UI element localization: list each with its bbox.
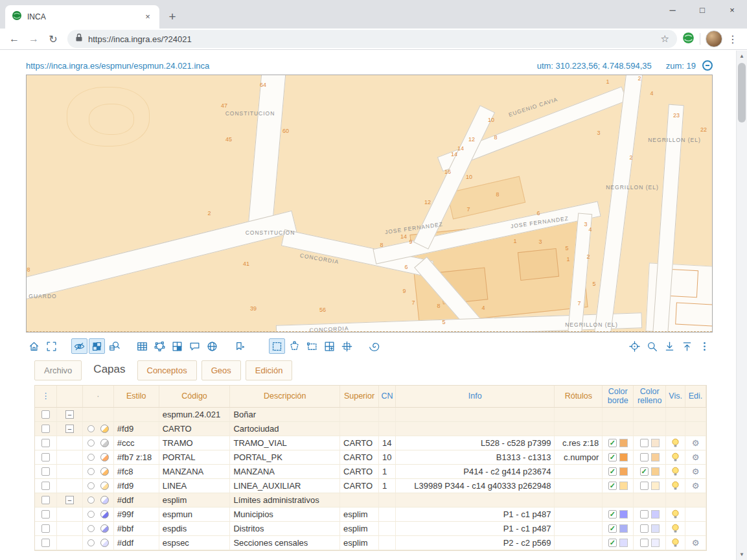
reload-button[interactable]: ↻ [44, 30, 62, 48]
zoom-search-icon[interactable] [644, 338, 660, 354]
collapse-toggle[interactable]: − [65, 496, 74, 504]
scroll-down-icon[interactable]: ▼ [737, 549, 747, 560]
rect-node-icon[interactable] [304, 338, 320, 354]
radio-button[interactable] [87, 468, 95, 475]
moon-state-icon[interactable] [100, 510, 109, 519]
col-header-rotulos[interactable]: Rótulos [555, 386, 603, 407]
tab-edición[interactable]: Edición [246, 360, 293, 380]
tab-geos[interactable]: Geos [201, 360, 241, 380]
checkbox[interactable]: ✓ [608, 467, 617, 476]
scroll-up-icon[interactable]: ▲ [737, 51, 747, 62]
download-icon[interactable] [661, 338, 678, 354]
color-swatch[interactable] [619, 539, 628, 547]
checkbox[interactable]: ✓ [640, 467, 649, 476]
color-swatch[interactable] [619, 453, 628, 461]
col-header-estilo[interactable]: Estilo [114, 386, 159, 407]
maximize-button[interactable]: □ [687, 0, 717, 19]
col-header-state[interactable]: · [83, 386, 114, 407]
profile-avatar[interactable] [706, 30, 722, 47]
forward-button[interactable]: → [25, 30, 43, 48]
tab-archivo[interactable]: Archivo [34, 360, 82, 380]
address-bar[interactable]: https://inca.ingra.es/?24021 ☆ [67, 30, 677, 48]
table-row-carto[interactable]: −#fd9CARTOCartociudad [35, 422, 706, 436]
color-swatch[interactable] [651, 467, 660, 476]
eye-off-icon[interactable] [71, 338, 87, 354]
tab-close-icon[interactable]: × [143, 12, 153, 22]
checkbox[interactable]: ✓ [608, 524, 617, 533]
col-header-edi[interactable]: Edi. [685, 386, 706, 407]
grid-plus-icon[interactable] [321, 338, 338, 354]
minimize-button[interactable]: ─ [658, 0, 687, 19]
spiral-icon[interactable] [367, 338, 383, 354]
checkbox[interactable] [41, 410, 50, 419]
vertical-scrollbar[interactable]: ▲ ▼ [736, 51, 747, 560]
minus-circle-icon[interactable] [702, 60, 713, 71]
table-row-espmun[interactable]: #99fespmunMunicipiosesplimP1 - c1 p487✓ [35, 508, 706, 522]
moon-state-icon[interactable] [100, 439, 109, 447]
table-row-espdis[interactable]: #bbfespdisDistritosesplimP1 - c1 p487✓ [35, 522, 706, 536]
checkbox[interactable] [640, 453, 649, 461]
gear-icon[interactable]: ⚙ [692, 482, 700, 490]
map-canvas[interactable]: CONSTITUCIONEUGENIO CAVIANEGRILLON (EL)N… [26, 75, 713, 332]
color-swatch[interactable] [651, 453, 660, 461]
bulb-icon[interactable] [671, 524, 680, 533]
checkbox[interactable] [640, 482, 649, 490]
close-button[interactable]: × [717, 0, 747, 19]
color-swatch[interactable] [619, 467, 628, 476]
select-rect-icon[interactable] [269, 338, 285, 354]
grid-cell-icon[interactable] [169, 338, 185, 354]
checkbox[interactable]: ✓ [608, 510, 617, 519]
moon-state-icon[interactable] [100, 524, 109, 533]
checkbox[interactable]: ✓ [608, 439, 617, 447]
col-header-descripcion[interactable]: Descripción [230, 386, 340, 407]
col-header-relleno[interactable]: Color relleno [634, 386, 666, 407]
bulb-icon[interactable] [671, 452, 680, 462]
checkbox[interactable]: ✓ [608, 539, 617, 547]
moon-state-icon[interactable] [100, 467, 109, 476]
bulb-icon[interactable] [671, 467, 680, 476]
gear-icon[interactable]: ⚙ [692, 453, 700, 461]
color-swatch[interactable] [619, 482, 628, 490]
speech-bubble-icon[interactable] [187, 338, 203, 354]
crosshair-grid-icon[interactable] [339, 338, 355, 354]
col-header-info[interactable]: Info [396, 386, 555, 407]
expand-icon[interactable] [43, 338, 60, 354]
checkbox[interactable]: ✓ [608, 482, 617, 490]
table-row-manzana[interactable]: #fc8MANZANAMANZANACARTO1P414 - c2 g414 p… [35, 465, 706, 479]
radio-button[interactable] [87, 511, 95, 518]
color-swatch[interactable] [651, 482, 660, 490]
col-header-collapse[interactable] [57, 386, 83, 407]
radio-button[interactable] [87, 525, 95, 532]
lasso-icon[interactable] [286, 338, 303, 354]
checkbox[interactable] [41, 482, 50, 490]
locate-icon[interactable] [626, 338, 643, 354]
bulb-icon[interactable] [671, 481, 680, 491]
upload-icon[interactable] [679, 338, 695, 354]
moon-state-icon[interactable] [100, 482, 109, 490]
checkerboard-icon[interactable] [89, 338, 105, 354]
bookmark-arrow-icon[interactable] [232, 338, 248, 354]
checkbox[interactable] [640, 539, 649, 547]
browser-tab[interactable]: INCA × [5, 5, 159, 29]
radio-button[interactable] [87, 539, 95, 546]
checkbox[interactable] [41, 496, 50, 504]
moon-state-icon[interactable] [100, 496, 109, 504]
col-header-borde[interactable]: Color borde [603, 386, 634, 407]
home-icon[interactable] [26, 338, 42, 354]
col-header-superior[interactable]: Superior [340, 386, 379, 407]
color-swatch[interactable] [651, 539, 660, 547]
checkbox[interactable] [640, 524, 649, 533]
color-swatch[interactable] [619, 524, 628, 533]
search-layers-icon[interactable] [106, 338, 122, 354]
table-row-bonar[interactable]: −espmun.24.021Boñar [35, 408, 706, 422]
radio-button[interactable] [87, 425, 95, 432]
radio-button[interactable] [87, 454, 95, 461]
moon-state-icon[interactable] [100, 425, 109, 433]
table-grid-icon[interactable] [134, 338, 150, 354]
new-tab-button[interactable]: + [163, 8, 181, 26]
checkbox[interactable] [41, 453, 50, 461]
checkbox[interactable] [640, 510, 649, 519]
tab-conceptos[interactable]: Conceptos [137, 360, 197, 380]
col-header-codigo[interactable]: Código [159, 386, 231, 407]
collapse-toggle[interactable]: − [65, 410, 74, 419]
